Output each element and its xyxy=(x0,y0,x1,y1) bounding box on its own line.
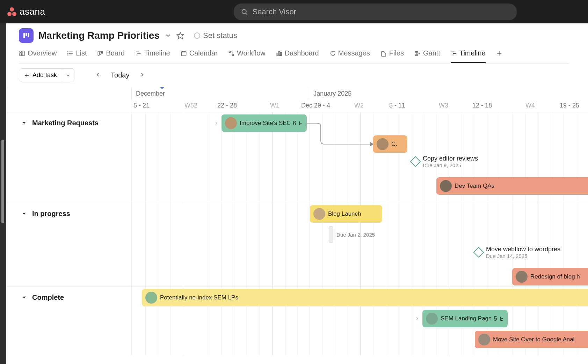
svg-point-16 xyxy=(68,53,68,54)
task-bar[interactable]: C. xyxy=(373,135,407,153)
milestone-title: Move webflow to wordpres xyxy=(486,246,560,253)
tab-overview[interactable]: Overview xyxy=(19,49,57,63)
subtask-count: 6 xyxy=(293,120,303,127)
tab-list[interactable]: List xyxy=(67,49,87,63)
section-header[interactable]: Complete xyxy=(0,287,131,308)
task-due: Due Jan 2, 2025 xyxy=(336,232,375,238)
tab-board[interactable]: Board xyxy=(97,49,124,63)
week-range-label: 12 - 18 xyxy=(470,100,492,111)
section-header[interactable]: In progress xyxy=(0,203,131,224)
task-label: Move Site Over to Google Anal xyxy=(493,336,574,343)
svg-marker-8 xyxy=(177,32,183,39)
svg-marker-45 xyxy=(23,297,26,298)
tab-calendar[interactable]: Calendar xyxy=(181,49,218,63)
chevron-down-icon xyxy=(21,294,27,300)
tab-workflow[interactable]: Workflow xyxy=(228,49,266,63)
asana-logo-icon xyxy=(6,6,17,17)
project-tabs: OverviewListBoardTimelineCalendarWorkflo… xyxy=(19,49,569,64)
chevron-down-icon xyxy=(21,120,27,126)
today-button[interactable]: Today xyxy=(107,71,133,79)
tab-dashboard[interactable]: Dashboard xyxy=(276,49,319,63)
vertical-scrollbar[interactable] xyxy=(1,140,4,223)
svg-point-28 xyxy=(229,51,231,53)
section-header[interactable]: Marketing Requests xyxy=(0,112,131,133)
tab-timeline1[interactable]: Timeline xyxy=(135,49,170,63)
tab-messages[interactable]: Messages xyxy=(329,49,370,63)
tab-files[interactable]: Files xyxy=(380,49,404,63)
search-input[interactable] xyxy=(252,7,510,16)
timeline-icon xyxy=(135,50,141,57)
svg-rect-32 xyxy=(281,52,282,56)
task-label: Dev Team QAs xyxy=(455,183,494,190)
status-label: Set status xyxy=(203,31,237,40)
svg-rect-19 xyxy=(100,51,101,54)
plus-icon xyxy=(496,50,502,57)
set-status-button[interactable]: Set status xyxy=(194,31,237,40)
board-icon xyxy=(22,32,30,39)
avatar xyxy=(145,292,157,304)
week-range-label: 5 - 11 xyxy=(387,100,405,111)
avatar xyxy=(426,313,438,325)
milestone[interactable]: Copy editor reviews Due Jan 9, 2025 xyxy=(412,155,478,168)
section-name: In progress xyxy=(32,210,70,218)
star-icon[interactable] xyxy=(176,32,184,39)
project-icon[interactable] xyxy=(19,28,34,43)
task-label: Potentially no-index SEM LPs xyxy=(160,294,238,301)
task-small[interactable]: Due Jan 2, 2025 xyxy=(329,226,375,243)
expand-left-icon[interactable] xyxy=(214,121,219,126)
svg-marker-46 xyxy=(370,142,373,146)
week-number-label: W3 xyxy=(439,102,448,109)
search-bar[interactable] xyxy=(234,3,517,20)
svg-point-2 xyxy=(12,12,16,16)
task-label: Redesign of blog h xyxy=(530,273,580,280)
expand-right-icon[interactable] xyxy=(415,316,420,321)
milestone-due: Due Jan 14, 2025 xyxy=(486,253,560,259)
task-bar[interactable]: Redesign of blog h xyxy=(512,268,588,285)
week-range-label: 22 - 28 xyxy=(215,100,237,111)
task-bar[interactable]: Move Site Over to Google Anal xyxy=(475,331,588,348)
svg-rect-35 xyxy=(416,54,418,55)
task-bar[interactable]: Improve Site's SEO /…6 xyxy=(222,114,307,132)
add-tab-button[interactable] xyxy=(496,49,502,63)
svg-point-29 xyxy=(232,54,234,56)
gantt-section: Potentially no-index SEM LPsSEM Landing … xyxy=(131,287,588,355)
task-bar[interactable]: Potentially no-index SEM LPs xyxy=(142,289,588,306)
task-bar[interactable]: Blog Launch xyxy=(310,205,382,223)
month-label: January 2025 xyxy=(309,87,588,100)
next-period-button[interactable] xyxy=(138,70,147,80)
task-bar[interactable]: SEM Landing Page…5 xyxy=(422,310,508,327)
milestone[interactable]: Move webflow to wordpres Due Jan 14, 202… xyxy=(475,246,560,259)
avatar xyxy=(440,180,452,192)
avatar xyxy=(225,117,237,129)
project-title: Marketing Ramp Priorities xyxy=(38,30,160,41)
svg-rect-20 xyxy=(102,51,103,53)
tab-gantt[interactable]: Gantt xyxy=(414,49,440,63)
svg-rect-31 xyxy=(278,51,280,55)
svg-rect-6 xyxy=(26,33,27,36)
tab-timeline2[interactable]: Timeline xyxy=(451,49,486,63)
list-icon xyxy=(67,50,73,57)
asana-logo[interactable]: asana xyxy=(6,6,45,17)
milestone-due: Due Jan 9, 2025 xyxy=(423,162,478,168)
week-number-label: W52 xyxy=(184,102,197,109)
svg-rect-33 xyxy=(415,51,418,52)
project-menu-chevron-icon[interactable] xyxy=(165,32,172,39)
diamond-icon xyxy=(410,156,421,167)
add-task-dropdown[interactable] xyxy=(62,68,74,82)
svg-point-1 xyxy=(7,12,12,16)
asana-logo-text: asana xyxy=(20,6,45,17)
svg-rect-18 xyxy=(98,51,100,55)
svg-rect-24 xyxy=(181,51,186,55)
svg-rect-9 xyxy=(20,51,21,52)
svg-marker-44 xyxy=(23,213,26,215)
task-handle[interactable] xyxy=(329,226,333,243)
prev-period-button[interactable] xyxy=(93,70,102,80)
timeline-sidebar: Marketing Requests In progress Complete xyxy=(0,87,131,355)
task-bar[interactable]: Dev Team QAs xyxy=(436,177,588,195)
gantt-area[interactable]: DecemberJanuary 2025 5 - 21W5222 - 28W1D… xyxy=(131,87,588,355)
svg-point-0 xyxy=(10,7,14,12)
add-task-button[interactable]: Add task xyxy=(19,68,62,82)
week-range-label: Dec 29 - 4 xyxy=(299,100,330,111)
dashboard-icon xyxy=(276,50,282,57)
gantt-section: Blog Launch Due Jan 2, 2025 Move webflow… xyxy=(131,203,588,287)
